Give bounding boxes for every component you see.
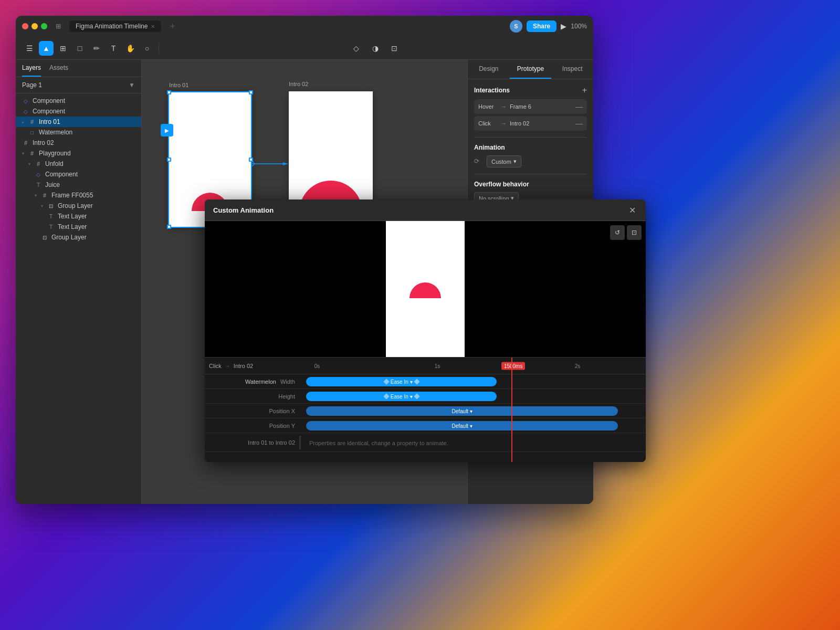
- left-panel: Layers Assets Page 1 ▼ ◇ Component ◇ Com…: [16, 60, 142, 504]
- select-tool[interactable]: ▲: [39, 41, 54, 56]
- selection-handle-tr[interactable]: [249, 90, 253, 94]
- layer-watermelon[interactable]: □ Watermelon: [16, 127, 141, 138]
- play-button[interactable]: ▶: [561, 22, 566, 30]
- page-selector[interactable]: Page 1 ▼: [16, 77, 141, 93]
- layer-component-inner[interactable]: ◇ Component: [16, 169, 141, 180]
- remove-hover-button[interactable]: —: [575, 102, 583, 111]
- layer-playground[interactable]: ▾ # Playground: [16, 148, 141, 159]
- group-icon: ⊡: [47, 202, 55, 209]
- pen-tool[interactable]: ✏: [89, 41, 104, 56]
- selection-handle-bl[interactable]: [167, 225, 171, 229]
- layer-intro01[interactable]: ▸ # Intro 01: [16, 117, 141, 127]
- ease-bar-width[interactable]: Ease In ▾: [306, 377, 497, 386]
- arrow-icon: →: [500, 103, 507, 110]
- layer-label: Text Layer: [58, 213, 87, 220]
- layer-component2[interactable]: ◇ Component: [16, 106, 141, 117]
- layer-unfold[interactable]: ▾ # Unfold: [16, 159, 141, 169]
- timeline-trigger-info: Click → Intro 02: [209, 363, 303, 369]
- active-tab[interactable]: Figma Animation Timeline ✕: [69, 20, 161, 32]
- ease-bar-height[interactable]: Ease In ▾: [306, 392, 497, 401]
- layer-frame-ff0055[interactable]: ▾ # Frame FF0055: [16, 190, 141, 201]
- title-bar-right: S Share ▶ 100%: [510, 20, 587, 33]
- add-interaction-button[interactable]: +: [582, 86, 587, 95]
- tab-layers[interactable]: Layers: [22, 64, 41, 77]
- custom-animation-modal: Custom Animation ✕ ↺ ⊡ Click: [205, 200, 646, 462]
- frame-icon: #: [22, 139, 29, 146]
- hand-tool[interactable]: ✋: [123, 41, 138, 56]
- ease-bar-posy[interactable]: Default ▾: [306, 421, 618, 430]
- layer-component1[interactable]: ◇ Component: [16, 96, 141, 106]
- track-content-width[interactable]: Ease In ▾: [299, 374, 646, 388]
- zoom-level[interactable]: 100%: [571, 23, 587, 30]
- shape-tool[interactable]: □: [72, 41, 87, 56]
- track-prop-posy: Position Y: [269, 423, 295, 429]
- expand-icon: ▾: [35, 193, 37, 198]
- track-content-posx[interactable]: Default ▾: [299, 404, 646, 418]
- minimize-button[interactable]: [32, 23, 38, 29]
- replay-button[interactable]: ↺: [610, 225, 625, 240]
- preview-controls: ↺ ⊡: [610, 225, 642, 240]
- remove-click-button[interactable]: —: [575, 119, 583, 128]
- identical-label: Intro 01 to Intro 02: [248, 439, 295, 446]
- preview-area: ↺ ⊡: [205, 221, 646, 357]
- component-tool[interactable]: ◇: [349, 41, 364, 56]
- layer-text-layer2[interactable]: T Text Layer: [16, 222, 141, 232]
- layer-group-layer2[interactable]: ⊡ Group Layer: [16, 232, 141, 243]
- comment-tool[interactable]: ○: [140, 41, 154, 56]
- menu-button[interactable]: ☰: [22, 41, 37, 56]
- title-bar: ⊞ Figma Animation Timeline ✕ + S Share ▶…: [16, 16, 593, 37]
- group-icon: ⊡: [41, 234, 48, 241]
- tab-assets[interactable]: Assets: [49, 64, 68, 77]
- share-button[interactable]: Share: [527, 20, 556, 32]
- close-tab-icon[interactable]: ✕: [151, 24, 155, 29]
- frame-tool[interactable]: ⊞: [56, 41, 70, 56]
- track-content-height[interactable]: Ease In ▾: [299, 389, 646, 403]
- contrast-tool[interactable]: ◑: [368, 41, 383, 56]
- text-icon: T: [47, 213, 55, 220]
- layer-list: ◇ Component ◇ Component ▸ # Intro 01 □ W…: [16, 93, 141, 504]
- timeline-area: Click → Intro 02 0s 1s 1500ms 2s Waterme…: [205, 357, 646, 462]
- layer-text-layer1[interactable]: T Text Layer: [16, 211, 141, 222]
- ease-bar-posx[interactable]: Default ▾: [306, 406, 618, 416]
- layer-label: Intro 01: [39, 118, 60, 125]
- layer-juice[interactable]: T Juice: [16, 180, 141, 190]
- trigger-hover: Hover: [478, 103, 497, 110]
- track-layer-watermelon: Watermelon: [245, 379, 276, 385]
- identical-note-row: Intro 01 to Intro 02 Properties are iden…: [205, 433, 646, 452]
- layer-label: Component: [33, 97, 65, 104]
- tab-design[interactable]: Design: [468, 60, 510, 79]
- fullscreen-button[interactable]: [41, 23, 47, 29]
- animation-icon: ⟳: [474, 158, 482, 166]
- preview-frame: [386, 221, 465, 357]
- fullscreen-button[interactable]: ⊡: [627, 225, 642, 240]
- layer-group-layer1[interactable]: ▾ ⊡ Group Layer: [16, 201, 141, 211]
- animation-select[interactable]: Custom ▾: [487, 155, 521, 167]
- interactions-section-header: Interactions +: [474, 86, 587, 95]
- component-icon: ◇: [35, 171, 42, 178]
- close-button[interactable]: [22, 23, 28, 29]
- track-height: Height Ease In ▾: [205, 389, 646, 404]
- device-tool[interactable]: ⊡: [387, 41, 402, 56]
- selection-handle-ml[interactable]: [167, 158, 171, 162]
- layer-label: Playground: [39, 150, 71, 157]
- add-tab-button[interactable]: +: [170, 21, 175, 32]
- interaction-click[interactable]: Click → Intro 02 —: [474, 116, 587, 131]
- track-label-posy: Position Y: [205, 423, 299, 429]
- tab-inspect[interactable]: Inspect: [551, 60, 593, 79]
- layer-label: Unfold: [45, 160, 64, 167]
- modal-header-actions: ✕: [627, 205, 637, 215]
- modal-close-button[interactable]: ✕: [627, 205, 637, 215]
- interaction-hover[interactable]: Hover → Frame 6 —: [474, 99, 587, 114]
- expand-icon: ▾: [22, 151, 24, 156]
- timeline-header-row: Click → Intro 02 0s 1s 1500ms 2s: [205, 358, 646, 374]
- prototype-play-button[interactable]: ▶: [161, 124, 173, 136]
- tab-prototype[interactable]: Prototype: [510, 60, 552, 79]
- selection-handle-tl[interactable]: [167, 90, 171, 94]
- avatar: S: [510, 20, 522, 33]
- layer-intro02[interactable]: # Intro 02: [16, 138, 141, 148]
- track-content-posy[interactable]: Default ▾: [299, 418, 646, 433]
- text-tool[interactable]: T: [106, 41, 121, 56]
- ease-diamond-right: [414, 379, 419, 384]
- layer-label: Juice: [45, 181, 60, 188]
- frame-icon: #: [41, 192, 48, 199]
